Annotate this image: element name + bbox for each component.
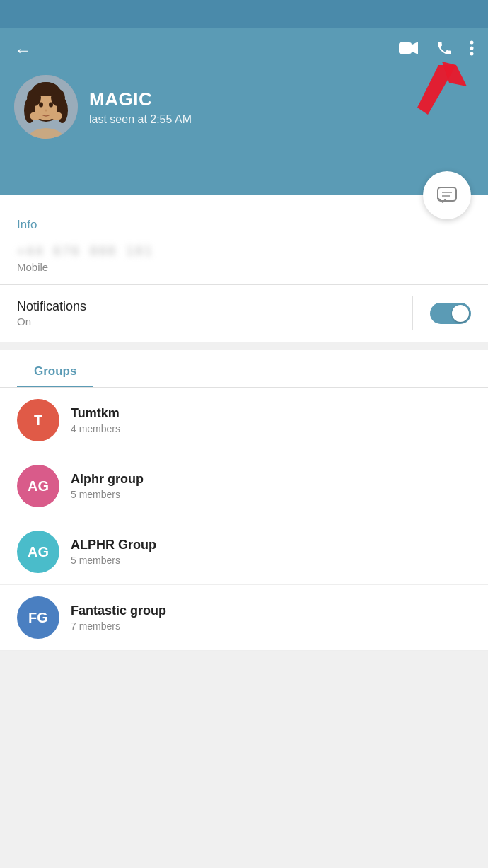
header-top: ← bbox=[14, 40, 474, 61]
info-label: Info bbox=[17, 218, 471, 232]
group-name: ALPHR Group bbox=[71, 538, 471, 552]
group-info: Alphr group 5 members bbox=[71, 472, 471, 500]
group-info: Fantastic group 7 members bbox=[71, 603, 471, 632]
header-icons bbox=[399, 40, 474, 61]
svg-marker-1 bbox=[412, 42, 418, 54]
svg-rect-0 bbox=[399, 42, 412, 54]
status-bar bbox=[0, 0, 488, 28]
svg-point-16 bbox=[39, 103, 43, 108]
groups-header: Groups bbox=[17, 350, 93, 387]
toggle-circle bbox=[452, 305, 469, 322]
svg-rect-21 bbox=[438, 187, 456, 201]
groups-section: Groups T Tumtkm 4 members AG Alphr group… bbox=[0, 350, 488, 651]
group-name: Fantastic group bbox=[71, 603, 471, 618]
group-avatar: AG bbox=[17, 531, 59, 573]
svg-point-15 bbox=[33, 82, 59, 96]
group-members: 5 members bbox=[71, 555, 471, 566]
phone-number: +44 676 808 181 bbox=[17, 243, 471, 258]
phone-type: Mobile bbox=[17, 261, 471, 273]
svg-point-17 bbox=[49, 103, 53, 108]
group-info: Tumtkm 4 members bbox=[71, 406, 471, 434]
profile-name: MAGIC bbox=[89, 88, 474, 110]
svg-point-18 bbox=[30, 112, 41, 120]
group-members: 5 members bbox=[71, 489, 471, 500]
profile-info: MAGIC last seen at 2:55 AM bbox=[89, 88, 474, 126]
group-item[interactable]: AG ALPHR Group 5 members bbox=[0, 519, 488, 585]
header: ← bbox=[0, 28, 488, 195]
group-item[interactable]: T Tumtkm 4 members bbox=[0, 388, 488, 453]
group-members: 4 members bbox=[71, 423, 471, 434]
group-item[interactable]: FG Fantastic group 7 members bbox=[0, 585, 488, 651]
content: Info +44 676 808 181 Mobile Notification… bbox=[0, 195, 488, 651]
message-fab[interactable] bbox=[423, 171, 471, 219]
section-divider bbox=[0, 342, 488, 350]
groups-label: Groups bbox=[34, 364, 76, 386]
header-left: ← bbox=[14, 40, 31, 60]
group-avatar: T bbox=[17, 399, 59, 441]
notifications-row: Notifications On bbox=[0, 285, 488, 342]
group-avatar: AG bbox=[17, 465, 59, 507]
notifications-left: Notifications On bbox=[17, 299, 412, 328]
profile-section: MAGIC last seen at 2:55 AM bbox=[14, 75, 474, 139]
video-call-icon[interactable] bbox=[399, 40, 419, 60]
vertical-divider bbox=[412, 296, 413, 330]
group-name: Alphr group bbox=[71, 472, 471, 487]
svg-point-20 bbox=[45, 110, 47, 112]
info-section: Info +44 676 808 181 Mobile bbox=[0, 207, 488, 273]
notifications-toggle[interactable] bbox=[430, 303, 471, 324]
svg-point-3 bbox=[470, 47, 474, 50]
profile-status: last seen at 2:55 AM bbox=[89, 113, 474, 126]
groups-list: T Tumtkm 4 members AG Alphr group 5 memb… bbox=[0, 388, 488, 651]
back-button[interactable]: ← bbox=[14, 40, 31, 60]
group-avatar: FG bbox=[17, 596, 59, 639]
svg-point-19 bbox=[51, 112, 62, 120]
avatar bbox=[14, 75, 78, 139]
notifications-status: On bbox=[17, 316, 412, 328]
group-info: ALPHR Group 5 members bbox=[71, 538, 471, 566]
groups-tab-container: Groups bbox=[0, 350, 488, 388]
group-name: Tumtkm bbox=[71, 406, 471, 421]
phone-call-icon[interactable] bbox=[436, 40, 453, 61]
group-members: 7 members bbox=[71, 620, 471, 632]
notifications-right bbox=[412, 296, 471, 330]
svg-point-2 bbox=[470, 41, 474, 45]
more-options-icon[interactable] bbox=[470, 40, 474, 61]
group-item[interactable]: AG Alphr group 5 members bbox=[0, 453, 488, 519]
notifications-title: Notifications bbox=[17, 299, 412, 314]
svg-point-4 bbox=[470, 52, 474, 56]
